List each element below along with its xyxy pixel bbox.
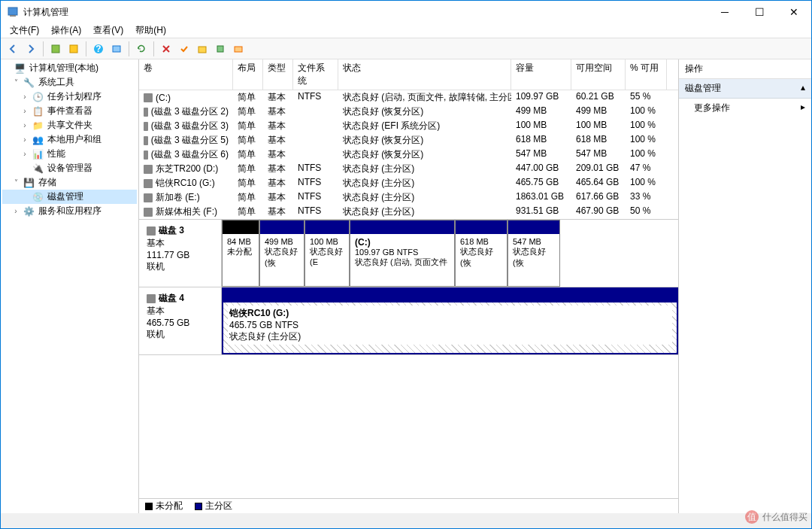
volume-row[interactable]: (磁盘 3 磁盘分区 2)简单基本状态良好 (恢复分区)499 MB499 MB…	[139, 105, 678, 119]
volume-list[interactable]: 卷 布局 类型 文件系统 状态 容量 可用空间 % 可用 (C:)简单基本NTF…	[139, 59, 678, 220]
perf-icon: 📊	[32, 148, 44, 160]
back-button[interactable]	[4, 40, 22, 58]
disk-3-partition[interactable]: 547 MB状态良好 (恢	[508, 220, 560, 287]
col-percent[interactable]: % 可用	[626, 59, 667, 90]
volume-list-header: 卷 布局 类型 文件系统 状态 容量 可用空间 % 可用	[139, 59, 678, 90]
svg-text:?: ?	[95, 44, 101, 54]
toolbar-btn-2[interactable]	[65, 40, 83, 58]
volume-row[interactable]: 东芝TR200 (D:)简单基本NTFS状态良好 (主分区)447.00 GB2…	[139, 162, 678, 176]
disk-4-block[interactable]: 磁盘 4 基本 465.75 GB 联机 铠侠RC10 (G:) 465.75 …	[139, 287, 678, 355]
tree-services[interactable]: ›⚙️服务和应用程序	[2, 204, 137, 218]
volume-icon	[144, 122, 148, 131]
disk-map[interactable]: 磁盘 3 基本 111.77 GB 联机 84 MB未分配499 MB状态良好 …	[139, 220, 678, 498]
disk-3-info: 磁盘 3 基本 111.77 GB 联机	[139, 220, 222, 287]
svg-rect-3	[70, 45, 77, 53]
tools-icon: 🔧	[23, 77, 35, 89]
menu-view[interactable]: 查看(V)	[87, 23, 129, 38]
volume-icon	[144, 150, 148, 160]
disk-3-partition[interactable]: 499 MB状态良好 (恢	[259, 220, 304, 287]
titlebar: 计算机管理 ─ ☐ ✕	[1, 1, 811, 23]
toolbar-btn-5[interactable]	[193, 40, 211, 58]
toolbar-btn-3[interactable]	[108, 40, 126, 58]
navigation-tree[interactable]: 🖥️计算机管理(本地) ˅🔧系统工具 ›🕒任务计划程序 ›📋事件查看器 ›📁共享…	[1, 59, 139, 513]
volume-row[interactable]: 新媒体相关 (F:)简单基本NTFS状态良好 (主分区)931.51 GB467…	[139, 205, 678, 219]
volume-row[interactable]: 铠侠RC10 (G:)简单基本NTFS状态良好 (主分区)465.75 GB46…	[139, 176, 678, 190]
toolbar-btn-4[interactable]	[175, 40, 193, 58]
watermark: 值 什么值得买	[744, 509, 807, 524]
disk-3-partition[interactable]: 100 MB状态良好 (E	[304, 220, 350, 287]
disk-3-block[interactable]: 磁盘 3 基本 111.77 GB 联机 84 MB未分配499 MB状态良好 …	[139, 220, 678, 287]
volume-icon	[144, 179, 153, 188]
device-icon: 🔌	[32, 163, 44, 175]
maximize-button[interactable]: ☐	[742, 1, 777, 23]
svg-rect-6	[113, 46, 120, 52]
volume-row[interactable]: (磁盘 3 磁盘分区 5)简单基本状态良好 (恢复分区)618 MB618 MB…	[139, 133, 678, 147]
services-icon: ⚙️	[23, 205, 35, 217]
disk-3-partition[interactable]: (C:)109.97 GB NTFS状态良好 (启动, 页面文件	[350, 220, 455, 287]
tree-event-viewer[interactable]: ›📋事件查看器	[2, 104, 137, 118]
disk-4-partition[interactable]: 铠侠RC10 (G:) 465.75 GB NTFS 状态良好 (主分区)	[222, 287, 678, 354]
toolbar-btn-1[interactable]	[47, 40, 65, 58]
menu-help[interactable]: 帮助(H)	[129, 23, 172, 38]
legend-primary-icon	[195, 503, 202, 510]
col-volume[interactable]: 卷	[139, 59, 233, 90]
col-status[interactable]: 状态	[338, 59, 511, 90]
disk-icon	[147, 294, 156, 303]
col-capacity[interactable]: 容量	[511, 59, 571, 90]
tree-disk-management[interactable]: 💿磁盘管理	[2, 190, 137, 204]
delete-button[interactable]	[157, 40, 175, 58]
volume-icon	[144, 93, 153, 102]
volume-icon	[144, 165, 153, 174]
col-type[interactable]: 类型	[263, 59, 293, 90]
collapse-icon: ▴	[801, 82, 805, 95]
col-filesystem[interactable]: 文件系统	[293, 59, 338, 90]
disk-icon: 💿	[32, 191, 44, 203]
tree-local-users[interactable]: ›👥本地用户和组	[2, 132, 137, 147]
toolbar-btn-6[interactable]	[211, 40, 229, 58]
refresh-button[interactable]	[132, 40, 150, 58]
forward-button[interactable]	[22, 40, 40, 58]
users-icon: 👥	[32, 134, 44, 146]
menu-action[interactable]: 操作(A)	[45, 23, 87, 38]
minimize-button[interactable]: ─	[707, 1, 742, 23]
tree-root[interactable]: 🖥️计算机管理(本地)	[2, 61, 137, 75]
legend-unallocated-icon	[145, 503, 153, 510]
actions-panel: 操作 磁盘管理▴ 更多操作▸	[679, 59, 811, 513]
svg-rect-0	[8, 8, 17, 15]
tree-task-scheduler[interactable]: ›🕒任务计划程序	[2, 90, 137, 104]
event-icon: 📋	[32, 105, 44, 117]
toolbar-btn-7[interactable]	[229, 40, 247, 58]
tree-system-tools[interactable]: ˅🔧系统工具	[2, 75, 137, 90]
tree-device-manager[interactable]: 🔌设备管理器	[2, 161, 137, 175]
disk-4-info: 磁盘 4 基本 465.75 GB 联机	[139, 287, 222, 354]
computer-icon: 🖥️	[14, 62, 26, 74]
help-icon[interactable]: ?	[89, 40, 108, 58]
svg-rect-1	[10, 15, 16, 17]
menu-file[interactable]: 文件(F)	[4, 23, 45, 38]
status-bar	[1, 513, 811, 528]
volume-icon	[144, 136, 148, 145]
col-layout[interactable]: 布局	[233, 59, 263, 90]
actions-section[interactable]: 磁盘管理▴	[679, 79, 811, 99]
disk-3-partition[interactable]: 618 MB状态良好 (恢	[455, 220, 508, 287]
clock-icon: 🕒	[32, 91, 44, 103]
tree-performance[interactable]: ›📊性能	[2, 147, 137, 161]
tree-shared-folders[interactable]: ›📁共享文件夹	[2, 118, 137, 132]
volume-icon	[144, 108, 148, 117]
more-actions[interactable]: 更多操作▸	[679, 99, 811, 117]
volume-row[interactable]: 新加卷 (E:)简单基本NTFS状态良好 (主分区)1863.01 GB617.…	[139, 190, 678, 205]
close-button[interactable]: ✕	[777, 1, 811, 23]
svg-rect-2	[52, 45, 59, 53]
volume-icon	[144, 193, 153, 202]
menubar: 文件(F) 操作(A) 查看(V) 帮助(H)	[1, 23, 811, 38]
volume-row[interactable]: (磁盘 3 磁盘分区 6)简单基本状态良好 (恢复分区)547 MB547 MB…	[139, 147, 678, 162]
toolbar: ?	[1, 38, 811, 59]
volume-row[interactable]: (C:)简单基本NTFS状态良好 (启动, 页面文件, 故障转储, 主分区)10…	[139, 90, 678, 105]
legend: 未分配 主分区	[139, 498, 678, 513]
col-free[interactable]: 可用空间	[571, 59, 626, 90]
disk-3-partition[interactable]: 84 MB未分配	[222, 220, 259, 287]
volume-row[interactable]: (磁盘 3 磁盘分区 3)简单基本状态良好 (EFI 系统分区)100 MB10…	[139, 119, 678, 133]
tree-storage[interactable]: ˅💾存储	[2, 175, 137, 190]
app-icon	[7, 6, 19, 18]
svg-rect-7	[198, 47, 206, 53]
